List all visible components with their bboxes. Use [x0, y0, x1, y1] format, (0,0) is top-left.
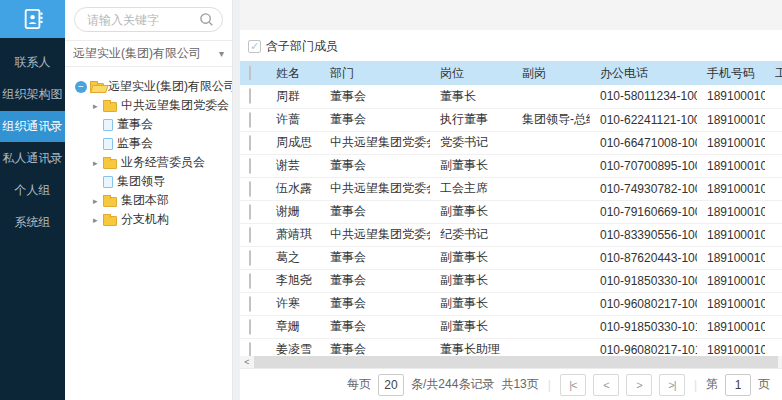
- sidebar-item-personal-group[interactable]: 个人组: [0, 175, 65, 206]
- table-row[interactable]: 谢姗 董事会 副董事长 010-79160669-1005 1891000100…: [240, 200, 782, 223]
- tree-root-node[interactable]: − 远望实业(集团)有限公司: [75, 77, 228, 96]
- sidebar-item-label: 组织通讯录: [3, 118, 63, 135]
- table-row[interactable]: 萧靖琪 中共远望集团党委会/纪委 纪委书记 010-83390556-1006 …: [240, 223, 782, 246]
- collapse-minus-icon[interactable]: −: [75, 81, 87, 93]
- cell-sub-position: [512, 154, 590, 177]
- search-icon[interactable]: [199, 12, 214, 27]
- table-row[interactable]: 伍水露 中共远望集团党委会/工会... 工会主席 010-74930782-10…: [240, 177, 782, 200]
- table-header-row: 姓名部门岗位副岗办公电话手机号码工作地: [240, 61, 782, 85]
- table-row[interactable]: 李旭尧 董事会 副董事长 010-91850330-1008 189100010…: [240, 269, 782, 292]
- cell-position: 副董事长: [430, 246, 512, 269]
- cell-name: 许蔷: [266, 108, 320, 131]
- next-page-button[interactable]: >: [626, 374, 652, 396]
- horizontal-scrollbar[interactable]: <: [240, 356, 782, 368]
- cell-mobile: 18910001010: [697, 315, 765, 338]
- cell-position: 纪委书记: [430, 223, 512, 246]
- tree-node[interactable]: 董事会: [75, 115, 228, 134]
- sidebar-item-label: 组织架构图: [3, 86, 63, 103]
- last-page-button[interactable]: >|: [659, 374, 685, 396]
- tree-node[interactable]: ▸ 集团本部: [75, 191, 228, 210]
- tree-node[interactable]: ▸ 业务经营委员会: [75, 153, 228, 172]
- tree-node[interactable]: 集团领导: [75, 172, 228, 191]
- cell-sub-position: [512, 246, 590, 269]
- table-row[interactable]: 谢芸 董事会 副董事长 010-70700895-1003 1891000100…: [240, 154, 782, 177]
- expand-arrow-icon[interactable]: ▸: [93, 215, 103, 225]
- cell-name: 葛之: [266, 246, 320, 269]
- cell-office-phone: 010-79160669-1005: [590, 200, 697, 223]
- row-checkbox[interactable]: [249, 112, 251, 128]
- pager-separator: |: [692, 378, 699, 392]
- prev-page-button[interactable]: <: [593, 374, 619, 396]
- cell-sub-position: 集团领导-总经理: [512, 108, 590, 131]
- cell-position: 副董事长: [430, 315, 512, 338]
- per-page-label: 每页: [347, 376, 371, 393]
- cell-office-phone: 010-87620443-1007: [590, 246, 697, 269]
- row-checkbox[interactable]: [249, 158, 251, 174]
- cell-sub-position: [512, 269, 590, 292]
- row-checkbox[interactable]: [249, 227, 251, 243]
- table-row[interactable]: 周成思 中共远望集团党委会/党委... 党委书记 010-66471008-10…: [240, 131, 782, 154]
- scroll-left-icon[interactable]: <: [240, 356, 254, 368]
- tree-node-label: 集团本部: [121, 192, 169, 209]
- column-header: 手机号码: [697, 61, 765, 85]
- company-dropdown[interactable]: 远望实业(集团)有限公司 ▾: [65, 40, 232, 67]
- tree-node[interactable]: 监事会: [75, 134, 228, 153]
- cell-name: 周成思: [266, 131, 320, 154]
- select-all-checkbox[interactable]: [249, 65, 251, 81]
- sidebar-item-org-chart[interactable]: 组织架构图: [0, 79, 65, 110]
- sidebar-item-contacts[interactable]: 联系人: [0, 47, 65, 78]
- cell-position: 副董事长: [430, 154, 512, 177]
- filter-row: 含子部门成员: [240, 30, 782, 61]
- table-row[interactable]: 章姗 董事会 副董事长 010-91850330-1010 1891000101…: [240, 315, 782, 338]
- sidebar-item-label: 个人组: [15, 182, 51, 199]
- search-area: [65, 0, 232, 40]
- cell-department: 董事会: [320, 269, 430, 292]
- sidebar-item-system-group[interactable]: 系统组: [0, 207, 65, 238]
- expand-arrow-icon[interactable]: ▸: [93, 196, 103, 206]
- cell-position: 工会主席: [430, 177, 512, 200]
- cell-position: 副董事长: [430, 292, 512, 315]
- app-logo[interactable]: [0, 0, 65, 38]
- include-subdept-checkbox[interactable]: [248, 40, 261, 53]
- row-checkbox[interactable]: [249, 88, 251, 104]
- cell-workplace: [765, 154, 782, 177]
- tree-node[interactable]: ▸ 中共远望集团党委会: [75, 96, 228, 115]
- row-checkbox[interactable]: [249, 135, 251, 151]
- row-checkbox[interactable]: [249, 181, 251, 197]
- page-number-input[interactable]: 1: [725, 374, 751, 396]
- first-page-button[interactable]: |<: [560, 374, 586, 396]
- expand-arrow-icon[interactable]: ▸: [93, 101, 103, 111]
- cell-mobile: 18910001005: [697, 200, 765, 223]
- sidebar-menu: 联系人 组织架构图 组织通讯录 私人通讯录 个人组 系统组: [0, 38, 65, 238]
- table-row[interactable]: 许寒 董事会 副董事长 010-96080217-1009 1891000100…: [240, 292, 782, 315]
- row-checkbox[interactable]: [249, 250, 251, 266]
- cell-department: 董事会: [320, 246, 430, 269]
- per-page-input[interactable]: 20: [378, 374, 404, 396]
- cell-name: 章姗: [266, 315, 320, 338]
- sidebar-item-label: 联系人: [15, 54, 51, 71]
- sidebar-item-private-directory[interactable]: 私人通讯录: [0, 143, 65, 174]
- table-row[interactable]: 葛之 董事会 副董事长 010-87620443-1007 1891000100…: [240, 246, 782, 269]
- cell-office-phone: 010-62241121-1001: [590, 108, 697, 131]
- row-checkbox[interactable]: [249, 319, 251, 335]
- open-folder-icon: [90, 83, 104, 93]
- org-tree: − 远望实业(集团)有限公司 ▸ 中共远望集团党委会 董事会: [65, 67, 232, 400]
- row-checkbox[interactable]: [249, 296, 251, 312]
- row-checkbox[interactable]: [249, 273, 251, 289]
- row-checkbox[interactable]: [249, 204, 251, 220]
- tree-node[interactable]: ▸ 分支机构: [75, 210, 228, 229]
- member-list-panel: 含子部门成员 姓名部门岗位副岗办公电话手机号码工作地 周群 董事会: [240, 0, 782, 400]
- expand-arrow-icon[interactable]: ▸: [93, 158, 103, 168]
- column-header: 副岗: [512, 61, 590, 85]
- sidebar-item-label: 私人通讯录: [3, 150, 63, 167]
- scrollbar-thumb[interactable]: [254, 356, 778, 368]
- cell-name: 李旭尧: [266, 269, 320, 292]
- table-row[interactable]: 许蔷 董事会 执行董事 集团领导-总经理 010-62241121-1001 1…: [240, 108, 782, 131]
- cell-position: 副董事长: [430, 200, 512, 223]
- table-row[interactable]: 周群 董事会 董事长 010-58011234-1000 18910001000: [240, 85, 782, 108]
- cell-sub-position: [512, 177, 590, 200]
- sidebar-item-org-directory[interactable]: 组织通讯录: [0, 111, 65, 142]
- sidebar-item-label: 系统组: [15, 214, 51, 231]
- cell-office-phone: 010-91850330-1008: [590, 269, 697, 292]
- cell-position: 董事长: [430, 85, 512, 108]
